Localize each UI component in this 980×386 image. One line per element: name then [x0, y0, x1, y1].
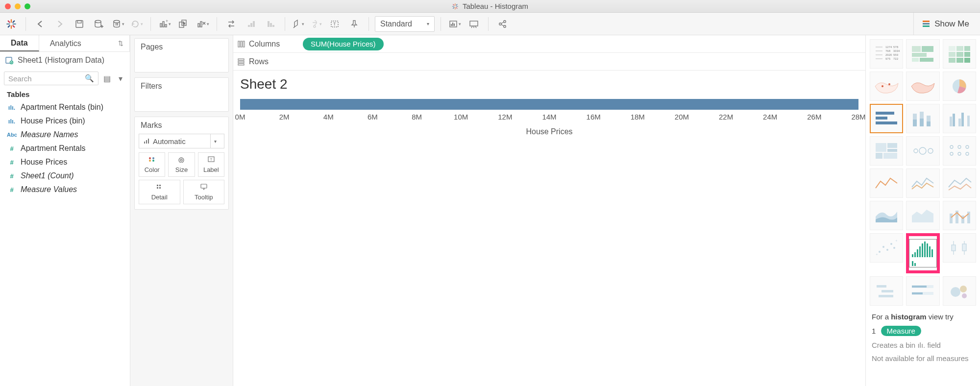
showme-histogram[interactable]: [906, 233, 939, 273]
share-button[interactable]: [494, 16, 511, 32]
tab-data[interactable]: Data: [0, 35, 39, 51]
marks-label-button[interactable]: TLabel: [198, 152, 224, 177]
field-measure-values[interactable]: #Measure Values: [0, 183, 130, 196]
svg-rect-142: [961, 216, 964, 223]
showme-side-by-side-circles[interactable]: [943, 136, 976, 166]
measure-pill: Measure: [881, 326, 921, 336]
new-worksheet-button[interactable]: +▾: [157, 16, 172, 32]
svg-point-136: [958, 145, 961, 148]
filters-label: Filters: [135, 78, 228, 95]
showme-scatter[interactable]: ++: [870, 233, 903, 263]
pin-button[interactable]: [346, 16, 363, 32]
x-axis-title[interactable]: House Prices: [240, 127, 858, 136]
marks-tooltip-button[interactable]: Tooltip: [183, 180, 225, 204]
tableau-logo-button[interactable]: [3, 16, 20, 32]
showme-side-by-side-bar[interactable]: [943, 104, 976, 133]
marks-size-button[interactable]: Size: [168, 152, 195, 177]
minimize-window-button[interactable]: [15, 3, 21, 9]
sort-ascending-button[interactable]: [243, 16, 259, 32]
showme-pie[interactable]: [943, 72, 976, 101]
zoom-window-button[interactable]: [24, 3, 30, 9]
showme-heatmap[interactable]: [906, 39, 939, 69]
presentation-mode-button[interactable]: [466, 16, 482, 32]
showme-dual-combination[interactable]: [943, 201, 976, 230]
clear-sheet-button[interactable]: ▾: [195, 16, 211, 32]
data-pane-menu-button[interactable]: ▾: [115, 73, 126, 84]
x-tick: 4M: [323, 113, 334, 121]
showme-line-discrete[interactable]: [906, 169, 939, 198]
field-house-prices[interactable]: #House Prices: [0, 155, 130, 169]
save-button[interactable]: [71, 16, 88, 32]
search-placeholder: Search: [8, 74, 32, 83]
field-measure-names[interactable]: AbcMeasure Names: [0, 128, 130, 142]
field-label: Apartment Rentals: [21, 144, 86, 153]
svg-point-135: [950, 152, 953, 155]
bar-mark[interactable]: [240, 99, 858, 110]
showme-line-continuous[interactable]: [870, 169, 903, 198]
show-me-button[interactable]: Show Me: [913, 13, 977, 35]
showme-horizontal-bar[interactable]: [870, 104, 903, 133]
show-hide-cards-button[interactable]: ▾: [447, 16, 463, 32]
marks-tooltip-label: Tooltip: [195, 193, 213, 201]
showme-gantt[interactable]: [870, 276, 903, 306]
showme-box-and-whisker[interactable]: [943, 233, 976, 263]
field-sheet1-count[interactable]: #Sheet1 (Count): [0, 169, 130, 183]
measure-icon: #: [7, 159, 17, 166]
forward-button[interactable]: [51, 16, 68, 32]
pages-shelf[interactable]: Pages: [134, 38, 229, 72]
showme-area-discrete[interactable]: [906, 201, 939, 230]
close-window-button[interactable]: [5, 3, 11, 9]
columns-pill-sum-house-prices[interactable]: SUM(House Prices): [303, 38, 384, 50]
back-button[interactable]: [32, 16, 49, 32]
bin-dimension-icon: ılı.: [7, 118, 17, 125]
chart-viewport[interactable]: 0M2M4M6M8M10M12M14M16M18M20M22M24M26M28M…: [233, 94, 865, 136]
showme-circle-views[interactable]: [906, 136, 939, 166]
marks-label: Marks: [135, 117, 228, 134]
field-house-prices-bin[interactable]: ılı.House Prices (bin): [0, 114, 130, 128]
svg-rect-47: [451, 24, 452, 26]
filters-shelf[interactable]: Filters: [134, 77, 229, 112]
columns-icon: [237, 40, 245, 48]
svg-point-110: [888, 83, 890, 85]
swap-rows-columns-button[interactable]: [223, 16, 240, 32]
pause-autoupdate-button[interactable]: ▾: [110, 16, 126, 32]
mark-type-dropdown[interactable]: Automatic ▾: [139, 134, 224, 148]
sheet-title[interactable]: Sheet 2: [233, 71, 865, 94]
field-apartment-rentals-bin[interactable]: ılı.Apartment Rentals (bin): [0, 100, 130, 114]
view-as-list-button[interactable]: ▤: [101, 73, 112, 84]
showme-treemap[interactable]: [870, 136, 903, 166]
showme-highlight-table[interactable]: [943, 39, 976, 69]
field-label: House Prices (bin): [21, 117, 85, 125]
svg-rect-105: [964, 52, 970, 57]
showme-area-continuous[interactable]: [870, 201, 903, 230]
tab-analytics[interactable]: Analytics⇅: [39, 35, 130, 51]
refresh-button[interactable]: ▾: [129, 16, 145, 32]
showme-packed-bubbles[interactable]: [943, 276, 976, 306]
showme-symbol-map[interactable]: [870, 72, 903, 101]
show-mark-labels-button[interactable]: T: [326, 16, 343, 32]
field-apartment-rentals[interactable]: #Apartment Rentals: [0, 142, 130, 155]
showme-filled-map[interactable]: [906, 72, 939, 101]
showme-bullet[interactable]: [906, 276, 939, 306]
measure-icon: #: [7, 186, 17, 193]
search-input[interactable]: Search 🔍: [4, 72, 98, 85]
duplicate-sheet-button[interactable]: [175, 16, 192, 32]
marks-detail-button[interactable]: Detail: [139, 180, 180, 204]
note2: Not available for all measures: [872, 354, 974, 362]
highlight-button[interactable]: ▾: [291, 16, 306, 32]
columns-shelf[interactable]: Columns SUM(House Prices): [233, 35, 865, 53]
new-datasource-button[interactable]: [91, 16, 107, 32]
showme-dual-line[interactable]: [943, 169, 976, 198]
rows-shelf[interactable]: Rows: [233, 53, 865, 71]
showme-stacked-bar[interactable]: [906, 104, 939, 133]
datasource-item[interactable]: Sheet1 (Histogram Data): [0, 52, 130, 69]
showme-text-table[interactable]: 127457876833342920559975722: [870, 39, 903, 69]
marks-color-button[interactable]: Color: [139, 152, 165, 177]
datasource-icon: [5, 56, 14, 65]
fit-mode-dropdown[interactable]: Standard ▾: [375, 16, 435, 32]
svg-rect-125: [967, 116, 970, 126]
group-button[interactable]: ▾: [309, 16, 323, 32]
window-title-bar: Tableau - Histogram: [0, 0, 980, 13]
sort-descending-button[interactable]: [262, 16, 279, 32]
x-axis[interactable]: 0M2M4M6M8M10M12M14M16M18M20M22M24M26M28M: [240, 113, 858, 124]
